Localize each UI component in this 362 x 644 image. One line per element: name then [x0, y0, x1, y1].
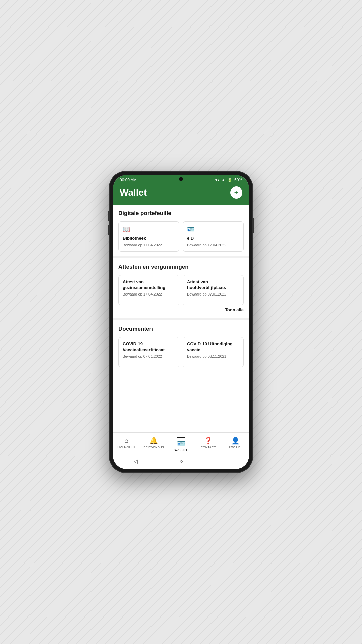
card-eid[interactable]: 🪪 eID Bewaard op 17.04.2022 [183, 221, 244, 252]
card-subtitle-bibliotheek: Bewaard op 17.04.2022 [123, 243, 175, 247]
nav-item-profiel[interactable]: 👤 PROFIEL [222, 435, 249, 453]
card-title-eid: eID [187, 236, 239, 241]
page-title: Wallet [120, 187, 147, 198]
recent-button[interactable]: □ [225, 458, 228, 464]
system-navigation: ◁ ○ □ [113, 454, 249, 469]
nav-item-wallet[interactable]: 🪪 WALLET [167, 435, 194, 453]
bottom-navigation: ⌂ OVERZICHT 🔔 BRIEVENBUS 🪪 WALLET ❓ CONT… [113, 432, 249, 454]
wallet-active-bar [177, 437, 185, 438]
card-title-covid-uitnodiging: COVID-19 Uitnodiging vaccin [187, 341, 239, 353]
contact-icon: ❓ [204, 437, 213, 445]
nav-item-overzicht[interactable]: ⌂ OVERZICHT [113, 435, 140, 453]
nav-label-profiel: PROFIEL [229, 446, 242, 449]
card-bibliotheek[interactable]: 📖 Bibliotheek Bewaard op 17.04.2022 [118, 221, 179, 252]
nav-label-contact: CONTACT [201, 446, 216, 449]
card-title-bibliotheek: Bibliotheek [123, 236, 175, 241]
battery-percent: 50% [234, 178, 242, 182]
section-attesten: Attesten en vergunningen Attest van gezi… [113, 258, 249, 320]
section-title-digitale-portefeuille: Digitale portefeuille [118, 210, 244, 217]
card-title-covid-cert: COVID-19 Vaccinatiecertificaat [123, 341, 175, 353]
camera-notch [179, 177, 183, 181]
card-subtitle-covid-uitnodiging: Bewaard op 08.11.2021 [187, 354, 239, 358]
card-title-hoofdverblijfplaats: Attest van hoofdverblijfplaats [187, 279, 239, 291]
section-title-documenten: Documenten [118, 326, 244, 332]
cards-row-digitale-portefeuille: 📖 Bibliotheek Bewaard op 17.04.2022 🪪 eI… [118, 221, 244, 252]
wallet-icon: 🪪 [177, 439, 185, 447]
page-header: Wallet + [113, 184, 249, 205]
card-subtitle-hoofdverblijfplaats: Bewaard op 07.01.2022 [187, 292, 239, 296]
toon-alle-button[interactable]: Toon alle [225, 307, 244, 312]
profiel-icon: 👤 [231, 437, 240, 445]
toon-alle-row: Toon alle [118, 305, 244, 314]
cards-row-documenten: COVID-19 Vaccinatiecertificaat Bewaard o… [118, 337, 244, 367]
overzicht-icon: ⌂ [125, 437, 129, 444]
card-hoofdverblijfplaats[interactable]: Attest van hoofdverblijfplaats Bewaard o… [183, 275, 244, 305]
card-title-gezinssamenstelling: Attest van gezinssamenstelling [123, 279, 175, 291]
card-subtitle-eid: Bewaard op 17.04.2022 [187, 243, 239, 247]
home-button[interactable]: ○ [180, 458, 183, 464]
bibliotheek-icon: 📖 [123, 226, 175, 233]
card-covid-vaccin-cert[interactable]: COVID-19 Vaccinatiecertificaat Bewaard o… [118, 337, 179, 367]
card-gezinssamenstelling[interactable]: Attest van gezinssamenstelling Bewaard o… [118, 275, 179, 305]
card-subtitle-covid-cert: Bewaard op 07.01.2022 [123, 354, 175, 358]
card-covid-uitnodiging[interactable]: COVID-19 Uitnodiging vaccin Bewaard op 0… [183, 337, 244, 367]
wifi-icon: ▾▴ [215, 178, 219, 182]
add-button[interactable]: + [230, 186, 242, 199]
card-subtitle-gezinssamenstelling: Bewaard op 17.04.2022 [123, 292, 175, 296]
status-time: 00:00 AM [120, 178, 137, 182]
signal-icon: ▲ [221, 178, 225, 182]
cards-row-attesten: Attest van gezinssamenstelling Bewaard o… [118, 275, 244, 305]
battery-icon: 🔋 [227, 178, 232, 182]
status-bar: 00:00 AM ▾▴ ▲ 🔋 50% [113, 175, 249, 184]
back-button[interactable]: ◁ [134, 458, 138, 464]
nav-item-brievenbus[interactable]: 🔔 BRIEVENBUS [140, 435, 167, 453]
nav-label-wallet: WALLET [175, 448, 188, 452]
section-title-attesten: Attesten en vergunningen [118, 264, 244, 270]
nav-label-brievenbus: BRIEVENBUS [143, 446, 164, 449]
nav-item-contact[interactable]: ❓ CONTACT [195, 435, 222, 453]
brievenbus-icon: 🔔 [149, 437, 158, 445]
main-content: Digitale portefeuille 📖 Bibliotheek Bewa… [113, 205, 249, 432]
section-documenten: Documenten COVID-19 Vaccinatiecertificaa… [113, 320, 249, 387]
nav-label-overzicht: OVERZICHT [117, 445, 136, 449]
section-digitale-portefeuille: Digitale portefeuille 📖 Bibliotheek Bewa… [113, 205, 249, 258]
eid-icon: 🪪 [187, 226, 239, 233]
